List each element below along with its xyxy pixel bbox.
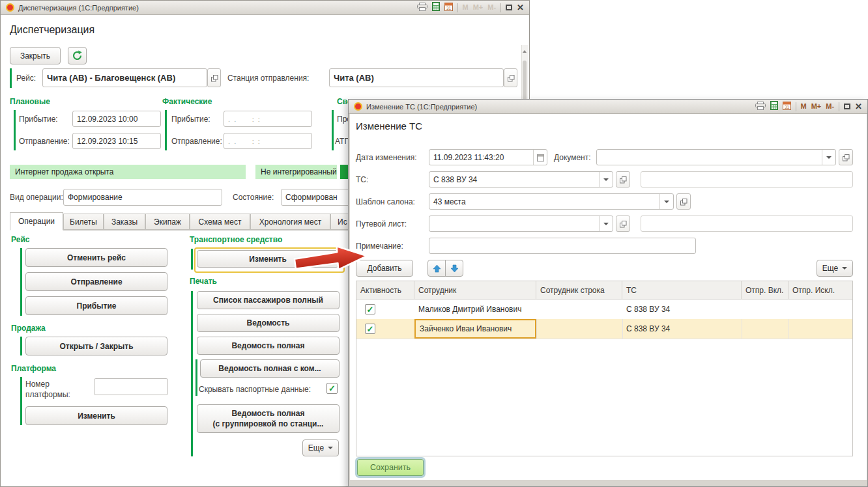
vehicle-open-button[interactable] xyxy=(616,171,630,188)
arrival-button[interactable]: Прибытие xyxy=(25,296,167,315)
dialog-titlebar: Изменение ТС (1С:Предприятие) 31 M M+ M-… xyxy=(349,100,867,114)
depart-excl-cell[interactable] xyxy=(788,299,852,319)
tab-seat-history[interactable]: Хронология мест xyxy=(250,214,330,230)
planned-arrival-field[interactable]: 12.09.2023 10:00 xyxy=(72,111,161,127)
tab-crew[interactable]: Экипаж xyxy=(145,214,190,230)
employee-cell[interactable]: Маликов Дмитрий Иванович xyxy=(414,299,536,319)
col-header-employee[interactable]: Сотрудник xyxy=(414,281,536,299)
tab-label: Заказы xyxy=(111,217,137,227)
departure-button[interactable]: Отправление xyxy=(25,272,167,291)
print-more-button[interactable]: Еще xyxy=(302,439,339,456)
hide-passport-label: Скрывать паспортные данные: xyxy=(199,385,311,394)
waybill-open-button[interactable] xyxy=(616,216,630,232)
print-icon[interactable] xyxy=(417,2,427,14)
salon-dropdown-button[interactable] xyxy=(659,194,673,209)
employee-row-cell[interactable] xyxy=(536,299,622,319)
memory-m-minus-icon[interactable]: M- xyxy=(826,103,834,110)
memory-m-icon[interactable]: M xyxy=(801,103,807,110)
salon-template-field[interactable]: 43 места xyxy=(429,193,674,210)
move-down-button[interactable] xyxy=(445,260,463,277)
scroll-up-icon[interactable] xyxy=(523,50,527,53)
tab-operations[interactable]: Операции xyxy=(10,212,63,230)
flight-section-title: Рейс xyxy=(11,235,29,244)
close-icon[interactable]: ✕ xyxy=(855,102,862,111)
route-open-button[interactable] xyxy=(207,68,221,87)
waybill-extra-field[interactable] xyxy=(641,216,853,232)
station-open-button[interactable] xyxy=(504,68,517,87)
employee-row-cell[interactable] xyxy=(536,319,622,339)
vehicle-dropdown-button[interactable] xyxy=(599,172,613,187)
calendar-icon[interactable]: 31 xyxy=(444,2,453,14)
crew-table: Активность Сотрудник Сотрудник строка ТС… xyxy=(356,281,853,456)
sheet-full-com-button[interactable]: Ведомость полная с ком... xyxy=(200,359,340,378)
platform-change-button[interactable]: Изменить xyxy=(25,406,167,425)
operation-type-field[interactable]: Формирование xyxy=(63,189,222,206)
depart-excl-cell[interactable] xyxy=(788,319,852,339)
waybill-field[interactable] xyxy=(429,216,613,232)
ts-cell[interactable]: С 838 ВУ 34 xyxy=(622,319,742,339)
calculator-icon[interactable] xyxy=(770,101,778,113)
date-calendar-button[interactable] xyxy=(533,150,547,165)
waybill-label: Путевой лист: xyxy=(356,219,407,229)
chevron-down-icon xyxy=(842,267,847,270)
waybill-dropdown-button[interactable] xyxy=(599,216,613,231)
vehicle-extra-field[interactable] xyxy=(641,171,853,188)
document-open-button[interactable] xyxy=(839,149,853,165)
station-field[interactable]: Чита (АВ) xyxy=(329,68,504,87)
maximize-icon[interactable] xyxy=(844,104,850,109)
flight-section-bar xyxy=(20,248,22,316)
planned-departure-field[interactable]: 12.09.2023 10:15 xyxy=(72,133,161,149)
route-field[interactable]: Чита (АВ) - Благовещенск (АВ) xyxy=(42,68,207,87)
sheet-grouped-button[interactable]: Ведомость полная (с группировкой по стан… xyxy=(197,404,340,433)
hide-passport-checkbox[interactable]: ✓ xyxy=(326,383,338,394)
note-field[interactable] xyxy=(429,238,696,254)
memory-m-plus-icon[interactable]: M+ xyxy=(811,103,822,110)
col-header-employee-row[interactable]: Сотрудник строка xyxy=(536,281,622,299)
depart-incl-cell[interactable] xyxy=(742,299,788,319)
passengers-list-button[interactable]: Список пассажиров полный xyxy=(197,291,340,309)
table-row-selected[interactable]: ✓ Зайченко Иван Иванович С 838 ВУ 34 xyxy=(356,319,852,339)
planned-arrival-label: Прибытие: xyxy=(19,115,58,124)
col-header-depart-incl[interactable]: Отпр. Вкл. xyxy=(742,281,788,299)
calculator-icon[interactable] xyxy=(432,2,440,14)
row-active-checkbox[interactable]: ✓ xyxy=(365,324,375,334)
cancel-flight-button[interactable]: Отменить рейс xyxy=(25,248,167,267)
sheet-button[interactable]: Ведомость xyxy=(197,314,340,332)
calendar-icon[interactable]: 31 xyxy=(783,101,791,113)
col-header-active[interactable]: Активность xyxy=(356,281,414,299)
tab-orders[interactable]: Заказы xyxy=(104,214,145,230)
date-field[interactable]: 11.09.2023 11:43:20 xyxy=(429,149,547,165)
platform-number-field[interactable] xyxy=(94,378,168,395)
close-form-button[interactable]: Закрыть xyxy=(10,47,61,64)
vehicle-field[interactable]: С 838 ВУ 34 xyxy=(429,171,613,188)
open-icon xyxy=(210,74,218,82)
actual-departure-field[interactable]: . . : : xyxy=(224,133,312,149)
tab-tickets[interactable]: Билеты xyxy=(63,214,104,230)
route-group-bar xyxy=(10,68,12,88)
tab-seat-map[interactable]: Схема мест xyxy=(190,214,250,230)
maximize-icon[interactable] xyxy=(506,5,512,10)
main-window-title: Диспетчеризация (1С:Предприятие) xyxy=(18,4,139,12)
refresh-button[interactable] xyxy=(68,47,87,64)
open-icon xyxy=(619,176,627,184)
salon-open-button[interactable] xyxy=(676,193,691,210)
open-close-button[interactable]: Открыть / Закрыть xyxy=(25,337,167,355)
close-icon[interactable]: ✕ xyxy=(517,3,524,12)
col-header-ts[interactable]: ТС xyxy=(622,281,742,299)
move-up-button[interactable] xyxy=(427,260,446,277)
depart-incl-cell[interactable] xyxy=(742,319,788,339)
1c-logo-icon xyxy=(354,102,362,111)
titlebar-separator xyxy=(796,102,796,111)
table-row[interactable]: ✓ Маликов Дмитрий Иванович С 838 ВУ 34 xyxy=(356,299,852,319)
save-button[interactable]: Сохранить xyxy=(357,459,424,476)
document-dropdown-button[interactable] xyxy=(822,150,835,165)
ts-cell[interactable]: С 838 ВУ 34 xyxy=(622,299,742,319)
table-more-button[interactable]: Еще xyxy=(817,260,853,277)
actual-arrival-field[interactable]: . . : : xyxy=(224,111,312,127)
print-icon[interactable] xyxy=(755,101,766,113)
document-field[interactable] xyxy=(596,149,836,165)
employee-cell-selected[interactable]: Зайченко Иван Иванович xyxy=(414,319,536,339)
row-active-checkbox[interactable]: ✓ xyxy=(365,304,375,314)
sheet-full-button[interactable]: Ведомость полная xyxy=(197,337,340,355)
col-header-depart-excl[interactable]: Отпр. Искл. xyxy=(788,281,852,299)
